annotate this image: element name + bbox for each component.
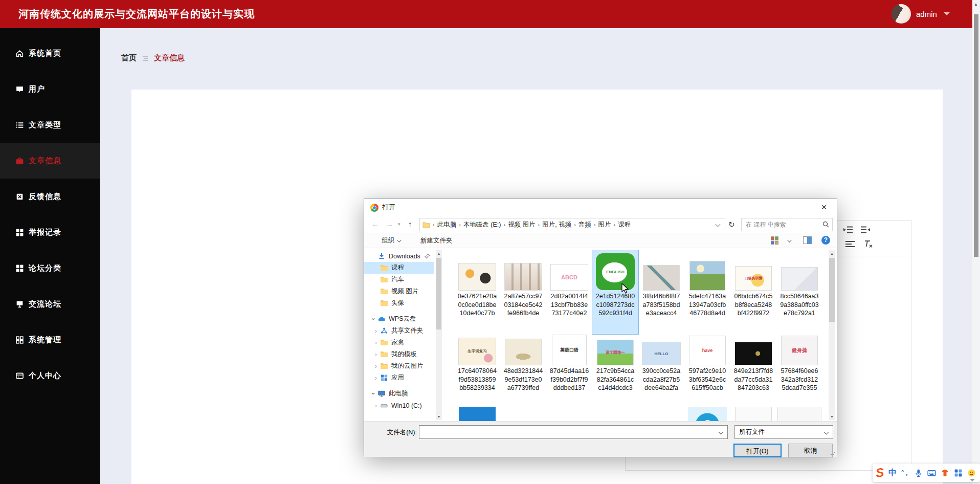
file-item[interactable] — [730, 407, 776, 421]
tree-item[interactable]: WPS云盘 — [364, 313, 434, 325]
file-scrollbar-thumb[interactable] — [829, 258, 835, 322]
file-item[interactable]: 英语口语 87d45d4aa16f39b0d2bf7f9dddbed137 — [546, 334, 592, 407]
path-item[interactable]: 音频 — [577, 221, 592, 229]
sidebar-item[interactable]: 论坛分类 — [0, 250, 100, 286]
file-item[interactable]: 生字词复习 17c64078064f9d53813859bb58239334 — [454, 334, 500, 407]
sidebar-item[interactable]: 文章类型 — [0, 107, 100, 143]
user-dropdown-caret-icon[interactable] — [944, 12, 950, 18]
scroll-down-icon[interactable]: ▾ — [829, 414, 835, 419]
file-item[interactable]: 0e37621e20a0c0ce0d18be10de40c77b — [454, 250, 500, 334]
sidebar-item[interactable]: 系统首页 — [0, 35, 100, 71]
file-item[interactable] — [500, 407, 546, 421]
ime-punctuation-toggle[interactable]: °， — [901, 468, 909, 477]
organize-button[interactable]: 组织 — [382, 233, 400, 248]
emoji-icon[interactable] — [967, 469, 976, 477]
expander-icon[interactable] — [373, 327, 379, 335]
path-item[interactable]: 图片, 视频 — [541, 221, 572, 229]
tree-item[interactable]: 此电脑 — [364, 388, 434, 400]
path-item[interactable]: 图片 — [597, 221, 612, 229]
tree-item[interactable]: 应用 — [364, 372, 434, 384]
expander-icon[interactable] — [373, 339, 379, 346]
tree-item[interactable]: Win10 (C:) — [364, 400, 434, 411]
view-caret-icon[interactable] — [787, 238, 791, 242]
file-item[interactable]: 语文园地一 217c9b54cca82fa364861cc14d4dcdc3 — [592, 334, 638, 407]
scroll-up-icon[interactable]: ▴ — [436, 251, 442, 256]
sidebar-item[interactable]: 个人中心 — [0, 358, 100, 393]
expander-icon[interactable] — [373, 374, 379, 382]
expander-icon[interactable] — [370, 315, 376, 323]
tree-item[interactable]: 家禽 — [364, 337, 434, 348]
tree-item[interactable]: 我的云图片 — [364, 360, 434, 372]
ime-collapse-caret-icon[interactable] — [970, 479, 975, 484]
file-item[interactable] — [546, 407, 592, 421]
file-item[interactable]: ABCD 2d82a0014f413cbf7bb83e73177c40e2 — [546, 250, 592, 334]
sidebar-item[interactable]: 系统管理 — [0, 322, 100, 358]
preview-pane-icon[interactable] — [803, 236, 812, 244]
path-item[interactable]: 视频 图片 — [507, 221, 536, 229]
sidebar-item[interactable]: 用户 — [0, 71, 100, 107]
help-icon[interactable]: ? — [821, 236, 830, 245]
filename-input[interactable] — [421, 427, 713, 437]
file-item[interactable] — [684, 407, 730, 421]
expander-icon[interactable] — [373, 362, 379, 370]
tree-item[interactable]: 共享文件夹 — [364, 325, 434, 337]
keyboard-icon[interactable] — [927, 469, 936, 477]
file-item[interactable]: 健身操 57684f60ee6342a3fcd3125dcad7e355 — [776, 334, 822, 407]
tree-item[interactable]: 我的模板 — [364, 348, 434, 360]
search-icon[interactable] — [822, 221, 829, 228]
expander-icon[interactable] — [370, 390, 376, 398]
path-item[interactable]: 课程 — [617, 221, 632, 229]
username-label[interactable]: admin — [916, 0, 937, 28]
editor-toolbar-icon[interactable] — [843, 238, 857, 250]
microphone-icon[interactable] — [914, 469, 923, 477]
file-item[interactable]: have 597af2c9e103bf63542e6c615ff50acb — [684, 334, 730, 407]
editor-toolbar-icon[interactable] — [861, 238, 876, 250]
file-item[interactable]: 2a87e57cc9703184ce5c42fe966fb4de — [500, 250, 546, 334]
editor-toolbar-icon[interactable] — [858, 224, 873, 235]
scroll-down-icon[interactable]: ▾ — [436, 414, 442, 419]
history-caret-icon[interactable]: ▾ — [398, 216, 400, 232]
page-scrollbar[interactable]: ▲ — [972, 0, 980, 484]
cancel-button[interactable]: 取消 — [788, 444, 833, 457]
file-item[interactable]: 849e213f7fd8da77cc5da31847203c63 — [730, 334, 776, 407]
file-item[interactable]: 8cc50646aa39a388a0ffc03e78c792a1 — [776, 250, 822, 334]
resize-grip[interactable] — [830, 450, 835, 455]
forward-icon[interactable]: → — [386, 216, 393, 232]
address-bar[interactable]: 此电脑 本地磁盘 (E:) 视频 图片 — [419, 218, 725, 231]
editor-toolbar-icon[interactable] — [841, 224, 855, 235]
sogou-logo-icon[interactable]: S — [875, 466, 884, 479]
scroll-up-icon[interactable]: ▲ — [974, 2, 978, 7]
path-item[interactable]: 本地磁盘 (E:) — [462, 221, 502, 229]
refresh-icon[interactable]: ↻ — [728, 218, 735, 231]
file-item[interactable] — [454, 407, 500, 421]
file-item[interactable]: ENGLISH 2e1d5124680c10987273dc592c931f4d — [592, 250, 638, 334]
tree-item[interactable]: 视频 图片 — [364, 285, 434, 297]
up-icon[interactable]: ↑ — [408, 216, 412, 232]
tree-item[interactable]: 头像 — [364, 297, 434, 309]
tree-item[interactable]: 课程 — [364, 262, 434, 274]
sidebar-item[interactable]: 文章信息 — [0, 143, 100, 179]
ime-language-toggle[interactable]: 中 — [888, 468, 897, 478]
file-item[interactable] — [776, 407, 822, 421]
close-icon[interactable]: × — [816, 200, 832, 214]
skin-shirt-icon[interactable] — [941, 469, 949, 477]
sidebar-item[interactable]: 举报记录 — [0, 214, 100, 250]
expander-icon[interactable] — [373, 402, 379, 409]
file-item[interactable]: 3f8d46b6f8f7a783f5158bde3aceacc4 — [638, 250, 684, 334]
file-item[interactable]: 48ed32318449e53df173e0a67739ffed — [500, 334, 546, 407]
file-list-scrollbar[interactable]: ▴ ▾ — [829, 250, 835, 420]
new-folder-button[interactable]: 新建文件夹 — [420, 233, 453, 248]
breadcrumb-current[interactable]: 文章信息 — [154, 53, 185, 63]
dialog-titlebar[interactable]: 打开 × — [364, 199, 837, 216]
file-item[interactable]: 口语实训营 06bdcb674c5b8f8eca5248bf422f9972 — [730, 250, 776, 334]
sidebar-item[interactable]: 反馈信息 — [0, 179, 100, 214]
back-icon[interactable]: ← — [371, 216, 379, 232]
file-item[interactable]: HELLO 390cc0ce52acda2a8f27b5dee64ba2fa — [638, 334, 684, 407]
view-thumbnails-icon[interactable] — [771, 236, 779, 245]
expander-icon[interactable] — [373, 350, 379, 358]
chevron-down-icon[interactable] — [719, 430, 724, 435]
avatar[interactable] — [892, 4, 911, 24]
tree-scrollbar[interactable]: ▴ ▾ — [436, 250, 442, 420]
file-item[interactable]: 5defc47163a13947a03cfb46778d8a4d — [684, 250, 730, 334]
filetype-select[interactable]: 所有文件 — [734, 425, 833, 439]
